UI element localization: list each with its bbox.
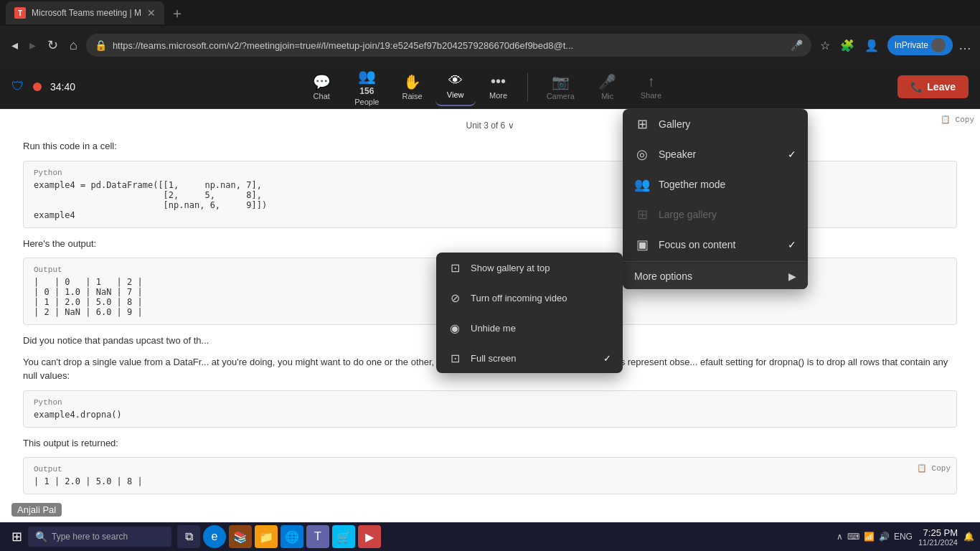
chat-label: Chat <box>314 92 330 100</box>
meeting-timer: 34:40 <box>50 81 75 93</box>
taskbar-search[interactable]: 🔍 Type here to search <box>28 527 171 547</box>
run-code-text: Run this code in a cell: <box>23 139 957 154</box>
notification-icon[interactable]: 🔔 <box>963 532 974 542</box>
more-options-item[interactable]: More options ▶ <box>623 263 808 289</box>
more-options-label: More options <box>634 270 692 282</box>
toolbar-actions: ☆ 🧩 👤 <box>817 36 882 55</box>
view-speaker-item[interactable]: ◎ Speaker ✓ <box>623 139 808 169</box>
tab-close-button[interactable]: ✕ <box>147 7 156 19</box>
gallery-label: Gallery <box>659 118 690 130</box>
network-icon[interactable]: 📶 <box>864 532 875 542</box>
view-button[interactable]: 👁 View <box>435 67 476 106</box>
star-icon[interactable]: ☆ <box>817 36 833 55</box>
browser-more-button[interactable]: … <box>958 38 971 53</box>
system-tray: ∧ ⌨ 📶 🔊 ENG <box>837 532 913 542</box>
books-app[interactable]: 📚 <box>229 525 252 548</box>
forward-button[interactable]: ▸ <box>27 34 39 56</box>
keyboard-icon[interactable]: ⌨ <box>847 532 859 542</box>
code-block-2: Python example4.dropna() 📋 Copy <box>23 390 957 428</box>
share-button[interactable]: ↑ Share <box>631 67 672 105</box>
teams-app[interactable]: T <box>306 525 329 548</box>
inprivate-button[interactable]: InPrivate <box>887 35 953 55</box>
date-display: 11/21/2024 <box>918 538 958 547</box>
back-button[interactable]: ◂ <box>9 34 21 56</box>
file-explorer-app[interactable]: 📁 <box>255 525 278 548</box>
home-button[interactable]: ⌂ <box>67 35 80 56</box>
turn-off-video-item[interactable]: ⊘ Turn off incoming video <box>436 283 623 313</box>
full-screen-label: Full screen <box>471 353 517 364</box>
raise-button[interactable]: ✋ Raise <box>392 67 433 106</box>
copy-button-1[interactable]: 📋 Copy <box>941 115 974 124</box>
chevron-up-icon[interactable]: ∧ <box>837 532 843 542</box>
main-area: Unit 3 of 6 ∨ Run this code in a cell: P… <box>0 109 980 522</box>
avatar <box>931 38 946 52</box>
recording-indicator <box>33 83 42 91</box>
view-focus-item[interactable]: ▣ Focus on content ✓ <box>623 230 808 260</box>
phone-end-icon: 📞 <box>910 81 923 93</box>
edge-app[interactable]: e <box>203 525 226 548</box>
leave-button[interactable]: 📞 Leave <box>897 75 969 98</box>
full-screen-item[interactable]: ⊡ Full screen ✓ <box>436 343 623 373</box>
output-block-2: Output | 1 | 2.0 | 5.0 | 8 | 📋 Copy <box>23 457 957 494</box>
chat-icon: 💬 <box>313 73 331 90</box>
edge2-app[interactable]: 🌐 <box>281 525 303 548</box>
python-label-1: Python <box>34 169 946 177</box>
view-together-item[interactable]: 👥 Together mode <box>623 169 808 199</box>
search-text: Type here to search <box>52 532 128 542</box>
python-label-2: Python <box>34 398 946 407</box>
tab-title: Microsoft Teams meeting | M <box>32 8 141 18</box>
more-options-arrow-icon: ▶ <box>788 270 796 282</box>
toolbar-divider <box>527 72 528 101</box>
task-view-button[interactable]: ⧉ <box>177 525 200 548</box>
show-gallery-top-item[interactable]: ⊡ Show gallery at top <box>436 253 623 283</box>
view-gallery-item[interactable]: ⊞ Gallery <box>623 109 808 139</box>
refresh-button[interactable]: ↻ <box>44 34 61 56</box>
mic-button[interactable]: 🎤 Mic <box>588 67 628 106</box>
address-bar[interactable]: 🔒 https://teams.microsoft.com/v2/?meetin… <box>86 34 811 57</box>
people-label: People <box>354 98 379 106</box>
browser-extensions-icon[interactable]: 🧩 <box>837 36 857 55</box>
teams-controls-center: 💬 Chat 👥 156 People ✋ Raise 👁 View ••• M… <box>301 62 672 112</box>
camera-label: Camera <box>547 92 575 100</box>
speaker-icon: ◎ <box>634 146 650 162</box>
copy-button-2[interactable]: 📋 Copy <box>917 463 951 473</box>
camera-button[interactable]: 📷 Camera <box>537 67 585 106</box>
output-label-2: Output <box>34 465 946 474</box>
share-label: Share <box>641 91 661 100</box>
taskbar-apps: ⧉ e 📚 📁 🌐 T 🛒 ▶ <box>177 525 381 548</box>
output-text-2: | 1 | 2.0 | 5.0 | 8 | <box>34 476 946 486</box>
raise-icon: ✋ <box>403 73 421 90</box>
chat-button[interactable]: 💬 Chat <box>301 67 341 106</box>
camera-icon: 📷 <box>552 73 570 90</box>
volume-icon[interactable]: 🔊 <box>879 532 890 542</box>
unhide-me-item[interactable]: ◉ Unhide me <box>436 313 623 343</box>
start-button[interactable]: ⊞ <box>6 526 28 547</box>
url-text: https://teams.microsoft.com/v2/?meetingj… <box>113 40 785 51</box>
browser-toolbar: ◂ ▸ ↻ ⌂ 🔒 https://teams.microsoft.com/v2… <box>0 26 980 65</box>
taskbar-clock[interactable]: 7:25 PM 11/21/2024 <box>918 527 958 547</box>
security-icon: 🔒 <box>95 39 107 51</box>
together-icon: 👥 <box>634 176 650 192</box>
unit-label: Unit 3 of 6 ∨ <box>23 121 957 131</box>
view-dropdown-menu[interactable]: ⊞ Gallery ◎ Speaker ✓ 👥 Together mode ⊞ … <box>623 109 808 289</box>
more-options-submenu[interactable]: ⊡ Show gallery at top ⊘ Turn off incomin… <box>436 253 623 373</box>
more-button[interactable]: ••• More <box>479 67 519 105</box>
view-large-gallery-item: ⊞ Large gallery <box>623 199 808 230</box>
windows-taskbar: ⊞ 🔍 Type here to search ⧉ e 📚 📁 🌐 T 🛒 ▶ … <box>0 522 980 551</box>
media-app[interactable]: ▶ <box>358 525 381 548</box>
mic-icon: 🎤 <box>598 73 616 90</box>
leave-label: Leave <box>927 81 956 93</box>
active-tab[interactable]: T Microsoft Teams meeting | M ✕ <box>6 1 164 24</box>
mic-browser-icon[interactable]: 🎤 <box>791 39 803 51</box>
people-button[interactable]: 👥 156 People <box>344 62 389 112</box>
windows-store-app[interactable]: 🛒 <box>332 525 355 548</box>
turn-off-video-icon: ⊘ <box>448 291 462 305</box>
share-icon: ↑ <box>647 73 654 90</box>
raise-label: Raise <box>402 92 423 100</box>
show-gallery-label: Show gallery at top <box>471 263 550 273</box>
returned-text: This output is returned: <box>23 436 957 451</box>
gallery-icon: ⊞ <box>634 116 650 132</box>
browser-people-icon[interactable]: 👤 <box>862 36 882 55</box>
full-screen-check-icon: ✓ <box>603 353 611 364</box>
new-tab-button[interactable]: ＋ <box>170 4 184 23</box>
